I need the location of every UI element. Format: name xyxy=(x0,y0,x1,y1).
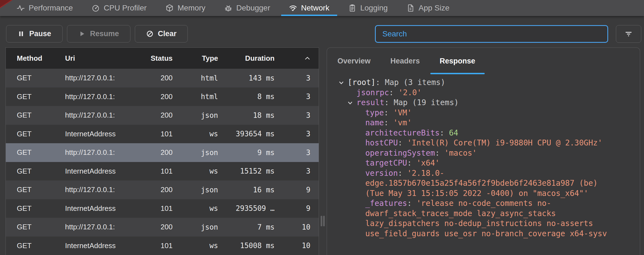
tab-memory[interactable]: Memory xyxy=(156,0,215,16)
tree-node-architecture-bits: architectureBits: 64 xyxy=(327,128,629,138)
clear-label: Clear xyxy=(158,30,177,38)
tree-key: result xyxy=(356,98,384,107)
cell-status: 101 xyxy=(148,130,173,138)
cell-uri: InternetAddress xyxy=(65,167,148,176)
tree-node-version: version: '2.18.0- edge.1857b670e15a25f4a… xyxy=(327,168,629,199)
column-header-uri[interactable]: Uri xyxy=(65,54,148,63)
table-row[interactable]: GET http://127.0.0.1: 200 json 16 ms 9 xyxy=(6,180,319,199)
cell-uri: InternetAddress xyxy=(65,204,148,213)
sort-ascending-icon[interactable] xyxy=(304,56,310,60)
tree-key: name xyxy=(365,118,384,127)
tree-node-operating-system: operatingSystem: 'macos' xyxy=(327,148,629,158)
column-header-method[interactable]: Method xyxy=(17,54,65,63)
expander-down-icon[interactable] xyxy=(347,99,353,109)
cell-status: 200 xyxy=(148,148,173,157)
cell-seq: 10 xyxy=(275,223,310,231)
debug-ribbon-corner xyxy=(0,0,13,8)
cell-type: ws xyxy=(173,167,218,175)
panel-splitter[interactable] xyxy=(319,47,327,255)
cell-duration: 15008 ms xyxy=(218,241,275,250)
top-tab-bar: Performance CPU Profiler Memory Debugger… xyxy=(0,0,644,16)
tab-network[interactable]: Network xyxy=(280,0,339,16)
cell-method: GET xyxy=(17,167,65,176)
cell-status: 200 xyxy=(148,92,173,101)
tree-key: targetCPU xyxy=(365,158,407,168)
tab-app-size[interactable]: App Size xyxy=(397,0,459,16)
cell-method: GET xyxy=(17,130,65,138)
cell-seq: 10 xyxy=(275,241,310,250)
cell-uri: http://127.0.0.1: xyxy=(65,92,148,101)
cell-seq: 3 xyxy=(275,111,310,119)
memory-icon xyxy=(165,4,174,12)
filter-button[interactable] xyxy=(616,25,641,43)
tree-node-root[interactable]: [root]: Map (3 items) xyxy=(327,78,629,88)
table-row[interactable]: GET InternetAddress 101 ws 393654 ms 3 xyxy=(6,125,319,144)
table-row[interactable]: GET http://127.0.0.1: 200 json 7 ms 10 xyxy=(6,218,319,237)
search-input[interactable] xyxy=(375,25,608,43)
tab-logging[interactable]: Logging xyxy=(339,0,397,16)
resume-button[interactable]: Resume xyxy=(67,25,130,42)
table-row[interactable]: GET http://127.0.0.1: 200 json 18 ms 3 xyxy=(6,106,319,125)
cell-duration: 143 ms xyxy=(218,74,275,82)
search-area xyxy=(375,25,642,43)
cell-method: GET xyxy=(17,148,65,157)
debugger-icon xyxy=(224,4,232,12)
tree-value: Map (3 items) xyxy=(385,78,445,87)
tab-overview[interactable]: Overview xyxy=(328,48,380,74)
column-header-duration[interactable]: Duration xyxy=(218,54,275,63)
tab-cpu-profiler[interactable]: CPU Profiler xyxy=(82,0,156,16)
pause-button[interactable]: Pause xyxy=(6,25,63,42)
cell-status: 200 xyxy=(148,185,173,194)
table-row[interactable]: GET InternetAddress 101 ws 2935509 … 9 xyxy=(6,199,319,218)
clear-button[interactable]: Clear xyxy=(135,25,188,42)
tree-key: jsonrpc xyxy=(356,88,389,97)
tab-label: Performance xyxy=(29,4,73,12)
cell-type: ws xyxy=(173,130,218,138)
cell-duration: 15152 ms xyxy=(218,167,275,175)
cell-method: GET xyxy=(17,92,65,101)
cell-status: 101 xyxy=(148,204,173,213)
tree-value: '2.0' xyxy=(398,88,422,97)
cell-status: 101 xyxy=(148,241,173,250)
cell-method: GET xyxy=(17,241,65,250)
column-header-type[interactable]: Type xyxy=(173,54,218,63)
cell-uri: InternetAddress xyxy=(65,241,148,250)
tab-performance[interactable]: Performance xyxy=(7,0,82,16)
tab-label: Overview xyxy=(337,57,371,65)
tree-key: operatingSystem xyxy=(365,148,435,158)
cell-duration: 7 ms xyxy=(218,223,275,231)
cell-uri: http://127.0.0.1: xyxy=(65,148,148,157)
tree-value: 'x64' xyxy=(416,158,439,168)
tab-headers[interactable]: Headers xyxy=(380,48,430,74)
tree-node-name: name: 'vm' xyxy=(327,118,629,128)
tab-response[interactable]: Response xyxy=(430,48,485,74)
tab-label: App Size xyxy=(418,4,449,12)
cell-type: ws xyxy=(173,241,218,250)
cpu-profiler-icon xyxy=(92,4,100,12)
table-row[interactable]: GET InternetAddress 101 ws 15152 ms 3 xyxy=(6,162,319,181)
column-header-status[interactable]: Status xyxy=(148,54,173,63)
cell-seq: 3 xyxy=(275,167,310,175)
cell-status: 200 xyxy=(148,74,173,82)
expander-down-icon[interactable] xyxy=(338,79,345,89)
cell-duration: 9 ms xyxy=(218,148,275,157)
cell-type: json xyxy=(173,111,218,119)
table-row[interactable]: GET http://127.0.0.1: 200 html 8 ms 3 xyxy=(6,87,319,106)
tab-debugger[interactable]: Debugger xyxy=(215,0,280,16)
tree-key: type xyxy=(365,108,384,117)
tree-value: 'vm' xyxy=(393,118,412,127)
tree-node-result[interactable]: result: Map (19 items) xyxy=(327,98,629,108)
table-row[interactable]: GET InternetAddress 101 ws 15008 ms 10 xyxy=(6,237,319,255)
resume-icon xyxy=(78,30,86,38)
tree-node-target-cpu: targetCPU: 'x64' xyxy=(327,158,629,168)
table-row[interactable]: GET http://127.0.0.1: 200 html 143 ms 3 xyxy=(6,69,319,87)
table-row-selected[interactable]: GET http://127.0.0.1: 200 json 9 ms 3 xyxy=(6,143,319,162)
tree-value: 'macos' xyxy=(444,148,477,158)
cell-uri: http://127.0.0.1: xyxy=(65,111,148,119)
network-toolbar: Pause Resume Clear xyxy=(0,16,644,42)
tab-label: Memory xyxy=(178,4,205,12)
cell-seq: 3 xyxy=(275,130,310,138)
pause-icon xyxy=(17,30,25,38)
cell-duration: 2935509 … xyxy=(218,204,275,212)
cell-seq: 3 xyxy=(275,92,310,101)
